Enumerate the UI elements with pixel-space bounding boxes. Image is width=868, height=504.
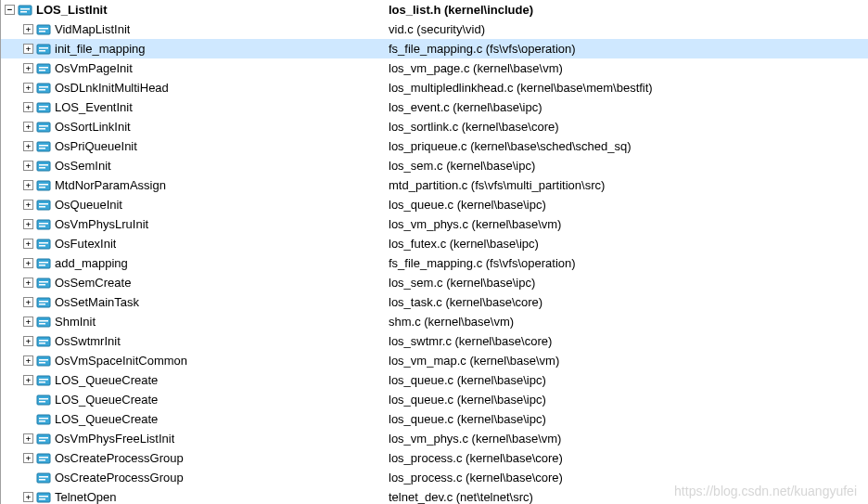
tree-root-row[interactable]: − LOS_ListInit los_list.h (kernel\includ…: [1, 0, 868, 19]
tree-indent: [1, 448, 23, 468]
svg-rect-29: [39, 187, 45, 188]
symbol-name: OsQueueInit: [55, 198, 122, 212]
svg-rect-48: [37, 317, 50, 327]
tree-indent: [1, 429, 23, 448]
function-icon: [36, 178, 51, 193]
tree-row[interactable]: +OsSortLinkInitlos_sortlink.c (kernel\ba…: [1, 117, 868, 136]
expand-icon[interactable]: +: [23, 63, 33, 73]
path-column: los_list.h (kernel\include): [389, 3, 868, 17]
expand-icon[interactable]: +: [23, 453, 33, 463]
function-icon: [36, 451, 51, 466]
tree-row[interactable]: +TelnetOpentelnet_dev.c (net\telnet\src): [1, 487, 868, 504]
tree-row[interactable]: +OsSwtmrInitlos_swtmr.c (kernel\base\cor…: [1, 331, 868, 351]
name-column: +OsSemCreate: [1, 273, 389, 292]
expand-icon[interactable]: +: [23, 180, 33, 190]
path-column: los_process.c (kernel\base\core): [389, 471, 868, 485]
symbol-name: OsFutexInit: [55, 237, 116, 251]
tree-row[interactable]: +OsSemInitlos_sem.c (kernel\base\ipc): [1, 156, 868, 175]
svg-rect-58: [39, 379, 48, 381]
expand-icon[interactable]: +: [23, 83, 33, 93]
name-column: +init_file_mapping: [1, 39, 389, 58]
tree-row[interactable]: +MtdNorParamAssignmtd_partition.c (fs\vf…: [1, 175, 868, 195]
name-column: +OsQueueInit: [1, 195, 389, 214]
svg-rect-38: [39, 245, 45, 247]
expand-icon[interactable]: +: [23, 317, 33, 327]
symbol-name: OsVmSpaceInitCommon: [55, 354, 187, 368]
tree-row[interactable]: +OsQueueInitlos_queue.c (kernel\base\ipc…: [1, 195, 868, 214]
tree-row[interactable]: +OsSetMainTasklos_task.c (kernel\base\co…: [1, 292, 868, 312]
symbol-name: OsSwtmrInit: [55, 334, 121, 348]
symbol-path: los_vm_map.c (kernel\base\vm): [389, 354, 559, 368]
tree-indent: [1, 39, 23, 58]
tree-row[interactable]: LOS_QueueCreatelos_queue.c (kernel\base\…: [1, 409, 868, 429]
expand-icon[interactable]: +: [23, 297, 33, 307]
tree-row[interactable]: +OsCreateProcessGrouplos_process.c (kern…: [1, 448, 868, 468]
tree-indent: [1, 409, 23, 429]
expand-icon[interactable]: +: [23, 239, 33, 249]
expand-icon[interactable]: +: [23, 24, 33, 34]
tree-row[interactable]: OsCreateProcessGrouplos_process.c (kerne…: [1, 468, 868, 487]
name-column: +OsFutexInit: [1, 234, 389, 253]
expand-icon[interactable]: +: [23, 433, 33, 444]
svg-rect-43: [39, 281, 48, 283]
expand-icon[interactable]: +: [23, 278, 33, 288]
expand-icon[interactable]: +: [23, 102, 33, 112]
tree-row[interactable]: +LOS_EventInitlos_event.c (kernel\base\i…: [1, 97, 868, 117]
symbol-path: los_vm_phys.c (kernel\base\vm): [389, 217, 561, 231]
expand-icon[interactable]: +: [23, 161, 33, 171]
path-column: telnet_dev.c (net\telnet\src): [389, 490, 868, 504]
svg-rect-12: [37, 84, 50, 93]
tree-row[interactable]: +VidMapListInitvid.c (security\vid): [1, 19, 868, 39]
collapse-icon[interactable]: −: [5, 5, 15, 15]
tree-row[interactable]: +ShmInitshm.c (kernel\base\vm): [1, 312, 868, 331]
name-column: +LOS_EventInit: [1, 97, 389, 117]
tree-row[interactable]: +OsFutexInitlos_futex.c (kernel\base\ipc…: [1, 234, 868, 253]
tree-row[interactable]: +add_mappingfs_file_mapping.c (fs\vfs\op…: [1, 253, 868, 273]
tree-row[interactable]: LOS_QueueCreatelos_queue.c (kernel\base\…: [1, 390, 868, 409]
symbol-path: los_task.c (kernel\base\core): [389, 295, 542, 309]
tree-row[interactable]: +OsSemCreatelos_sem.c (kernel\base\ipc): [1, 273, 868, 292]
expand-icon[interactable]: +: [23, 219, 33, 229]
tree-row[interactable]: +OsVmPhysLruInitlos_vm_phys.c (kernel\ba…: [1, 214, 868, 234]
tree-row[interactable]: +OsVmSpaceInitCommonlos_vm_map.c (kernel…: [1, 351, 868, 370]
expand-icon[interactable]: +: [23, 200, 33, 210]
name-column: +OsSetMainTask: [1, 292, 389, 312]
expand-icon[interactable]: +: [23, 44, 33, 54]
tree-row[interactable]: +OsPriQueueInitlos_priqueue.c (kernel\ba…: [1, 136, 868, 156]
function-icon: [36, 22, 51, 37]
symbol-path: fs_file_mapping.c (fs\vfs\operation): [389, 256, 576, 270]
expand-icon[interactable]: +: [23, 258, 33, 268]
symbol-path: los_process.c (kernel\base\core): [389, 451, 563, 465]
svg-rect-69: [37, 454, 50, 463]
expand-icon[interactable]: +: [23, 375, 33, 385]
symbol-path: los_sortlink.c (kernel\base\core): [389, 120, 559, 134]
tree-row[interactable]: +OsDLnkInitMultiHeadlos_multipledlinkhea…: [1, 78, 868, 97]
expand-icon[interactable]: +: [23, 122, 33, 132]
svg-rect-61: [39, 398, 48, 400]
tree-row[interactable]: +LOS_QueueCreatelos_queue.c (kernel\base…: [1, 370, 868, 390]
tree-indent: [1, 312, 23, 331]
function-icon: [36, 315, 51, 330]
root-path: los_list.h (kernel\include): [389, 3, 533, 17]
svg-rect-50: [39, 323, 45, 325]
function-icon: [36, 120, 51, 135]
path-column: los_sem.c (kernel\base\ipc): [389, 159, 868, 173]
svg-rect-53: [39, 342, 45, 344]
tree-row[interactable]: +init_file_mappingfs_file_mapping.c (fs\…: [1, 39, 868, 58]
svg-rect-10: [39, 67, 48, 69]
expand-icon[interactable]: +: [23, 336, 33, 346]
svg-rect-28: [39, 184, 48, 186]
tree-row[interactable]: +OsVmPhysFreeListInitlos_vm_phys.c (kern…: [1, 429, 868, 448]
svg-rect-62: [39, 401, 45, 403]
expand-icon[interactable]: +: [23, 355, 33, 366]
svg-rect-39: [37, 259, 50, 268]
symbol-path: mtd_partition.c (fs\vfs\multi_partition\…: [389, 178, 605, 192]
tree-row[interactable]: +OsVmPageInitlos_vm_page.c (kernel\base\…: [1, 58, 868, 78]
expand-icon[interactable]: +: [23, 492, 33, 502]
svg-rect-40: [39, 262, 48, 264]
expand-icon[interactable]: +: [23, 141, 33, 151]
function-icon: [36, 432, 51, 446]
svg-rect-46: [39, 301, 48, 303]
svg-rect-13: [39, 86, 48, 88]
symbol-path: los_queue.c (kernel\base\ipc): [389, 373, 546, 387]
